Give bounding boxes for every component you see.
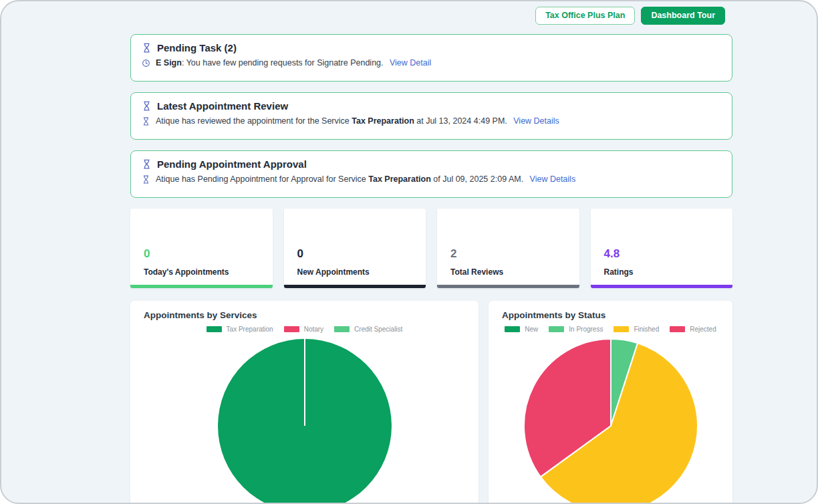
hourglass-icon xyxy=(142,175,150,184)
notice-title: Latest Appointment Review xyxy=(142,100,721,112)
legend-item[interactable]: In Progress xyxy=(549,326,603,333)
dashboard-tour-button[interactable]: Dashboard Tour xyxy=(641,7,725,25)
notice-body: E Sign: You have few pending requests fo… xyxy=(142,58,721,68)
legend-item[interactable]: New xyxy=(505,326,538,333)
stat-card-new-appointments: 0 New Appointments xyxy=(284,209,426,288)
legend-item[interactable]: Notary xyxy=(284,326,323,333)
hourglass-icon xyxy=(142,43,152,53)
legend-swatch xyxy=(505,326,520,332)
legend-swatch xyxy=(614,326,629,332)
notice-title-text: Latest Appointment Review xyxy=(157,100,288,112)
notice-title: Pending Appointment Approval xyxy=(142,158,721,170)
notice-message: Atique has reviewed the appointment for … xyxy=(156,116,559,126)
stat-card-todays-appointments: 0 Today's Appointments xyxy=(130,209,273,288)
legend-item[interactable]: Finished xyxy=(614,326,659,333)
services-pie-chart[interactable] xyxy=(217,338,393,504)
appointments-by-services-card: Appointments by Services Tax Preparation… xyxy=(130,301,479,504)
legend-swatch xyxy=(207,326,222,332)
notice-title: Pending Task (2) xyxy=(142,42,721,53)
notice-body: Atique has reviewed the appointment for … xyxy=(142,116,721,126)
notice-body: Atique has Pending Appointment for Appro… xyxy=(142,174,721,184)
view-details-link[interactable]: View Details xyxy=(513,116,559,126)
hourglass-icon xyxy=(142,159,152,169)
stat-card-ratings: 4.8 Ratings xyxy=(591,209,733,288)
legend-item[interactable]: Tax Preparation xyxy=(207,326,273,333)
hourglass-icon xyxy=(142,117,150,126)
latest-appointment-review-card: Latest Appointment Review Atique has rev… xyxy=(130,92,732,140)
stat-card-total-reviews: 2 Total Reviews xyxy=(437,209,579,288)
legend-label: Notary xyxy=(304,326,323,333)
pending-task-card: Pending Task (2) E Sign: You have few pe… xyxy=(130,34,732,82)
legend-item[interactable]: Credit Specialist xyxy=(334,326,402,333)
status-chart-legend: NewIn ProgressFinishedRejected xyxy=(489,326,732,333)
legend-label: Rejected xyxy=(690,326,716,333)
legend-swatch xyxy=(670,326,685,332)
stat-label: Total Reviews xyxy=(450,267,566,277)
stat-value: 0 xyxy=(144,247,259,261)
legend-label: New xyxy=(525,326,538,333)
view-detail-link[interactable]: View Detail xyxy=(390,58,431,68)
view-details-link[interactable]: View Details xyxy=(530,174,576,184)
services-chart-legend: Tax PreparationNotaryCredit Specialist xyxy=(130,326,479,333)
appointments-by-status-card: Appointments by Status NewIn ProgressFin… xyxy=(489,301,732,504)
hourglass-icon xyxy=(142,101,152,111)
legend-label: Finished xyxy=(634,326,659,333)
stat-value: 0 xyxy=(297,247,413,261)
notice-title-text: Pending Appointment Approval xyxy=(157,158,307,170)
stat-label: Today's Appointments xyxy=(144,267,259,277)
legend-item[interactable]: Rejected xyxy=(670,326,716,333)
clock-icon xyxy=(142,59,150,68)
notice-list: Pending Task (2) E Sign: You have few pe… xyxy=(130,34,732,209)
notice-title-text: Pending Task (2) xyxy=(157,42,237,53)
legend-label: Credit Specialist xyxy=(354,326,402,333)
chart-title: Appointments by Status xyxy=(489,301,732,320)
header-actions: Tax Office Plus Plan Dashboard Tour xyxy=(535,7,725,25)
legend-label: Tax Preparation xyxy=(227,326,273,333)
status-pie-chart[interactable] xyxy=(523,338,699,504)
chart-title: Appointments by Services xyxy=(130,301,479,320)
notice-message: E Sign: You have few pending requests fo… xyxy=(156,58,431,68)
stat-value: 4.8 xyxy=(604,247,720,261)
stat-label: New Appointments xyxy=(297,267,413,277)
stat-value: 2 xyxy=(450,247,566,261)
stats-row: 0 Today's Appointments 0 New Appointment… xyxy=(130,209,732,288)
pending-appointment-approval-card: Pending Appointment Approval Atique has … xyxy=(130,150,732,198)
legend-label: In Progress xyxy=(569,326,603,333)
stat-label: Ratings xyxy=(604,267,720,277)
tax-office-plus-plan-button[interactable]: Tax Office Plus Plan xyxy=(535,7,635,25)
legend-swatch xyxy=(334,326,350,332)
dashboard-window: Tax Office Plus Plan Dashboard Tour Pend… xyxy=(0,0,818,504)
legend-swatch xyxy=(284,326,299,332)
legend-swatch xyxy=(549,326,564,332)
notice-message: Atique has Pending Appointment for Appro… xyxy=(156,174,575,184)
